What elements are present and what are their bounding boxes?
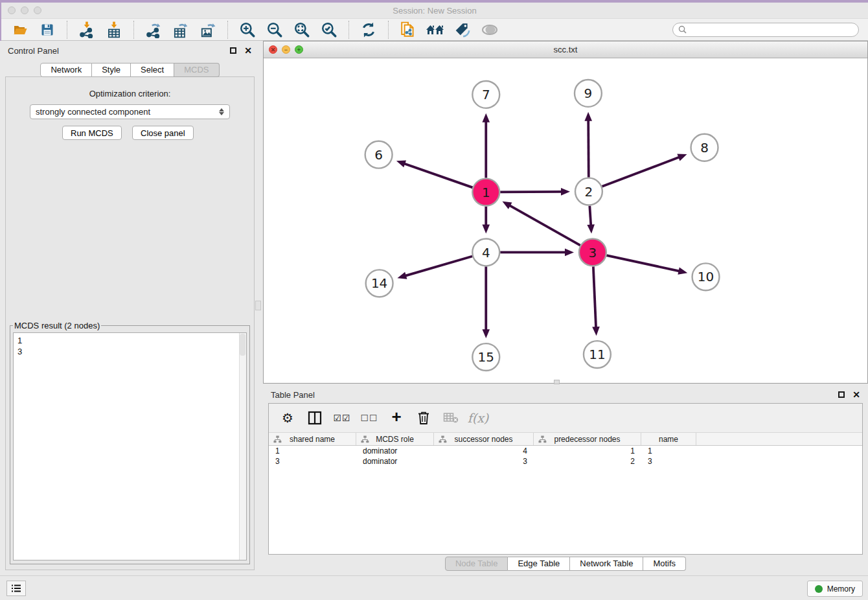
table-cell[interactable]: 3 [269, 456, 356, 467]
node-11[interactable]: 11 [584, 341, 611, 368]
delete-rows-button[interactable] [413, 407, 435, 429]
edge-2-9[interactable] [588, 120, 589, 178]
table-row[interactable]: 3dominator323 [269, 456, 862, 467]
show-columns-button[interactable] [304, 407, 326, 429]
arrowhead-4-15 [482, 329, 490, 338]
delete-table-button[interactable] [440, 407, 462, 429]
apply-function-button[interactable]: f(x) [467, 407, 489, 429]
float-table-panel-button[interactable] [838, 391, 845, 398]
node-2[interactable]: 2 [575, 178, 602, 205]
import-network-button[interactable] [74, 20, 99, 40]
node-8[interactable]: 8 [691, 134, 718, 161]
mcds-result-group: MCDS result (2 nodes) 1 3 [10, 321, 250, 564]
table-cell[interactable]: 1 [534, 446, 641, 456]
show-hide-panel-button[interactable] [477, 20, 502, 40]
network-zoom-button[interactable]: + [295, 45, 303, 54]
network-resize-handle[interactable] [554, 380, 560, 384]
export-table-button[interactable] [168, 20, 193, 40]
search-input[interactable] [690, 25, 853, 34]
zoom-out-button[interactable] [262, 20, 287, 40]
result-scrollbar-thumb[interactable] [240, 334, 246, 356]
tab-select[interactable]: Select [131, 63, 174, 77]
table-tab-edge-table[interactable]: Edge Table [508, 557, 570, 571]
table-cell[interactable]: 4 [434, 446, 534, 456]
export-network-icon [145, 21, 162, 38]
node-1[interactable]: 1 [472, 179, 499, 206]
run-mcds-button[interactable]: Run MCDS [62, 126, 122, 140]
close-panel-button[interactable]: ✕ [244, 46, 252, 55]
table-tab-motifs[interactable]: Motifs [643, 557, 686, 571]
edge-1-6[interactable] [404, 163, 472, 187]
zoom-selected-button[interactable] [317, 20, 341, 40]
zoom-in-button[interactable] [235, 20, 260, 40]
edge-2-8[interactable] [602, 157, 680, 187]
open-session-button[interactable] [8, 20, 32, 40]
float-panel-button[interactable] [230, 47, 236, 54]
export-network-button[interactable] [141, 20, 166, 40]
tab-network[interactable]: Network [40, 63, 92, 77]
close-table-panel-button[interactable]: ✕ [852, 390, 860, 399]
column-header-name[interactable]: name [641, 433, 696, 445]
node-14[interactable]: 14 [366, 270, 393, 297]
table-tab-network-table[interactable]: Network Table [570, 557, 643, 571]
minimize-window-button[interactable] [21, 6, 29, 14]
refresh-view-button[interactable] [356, 20, 381, 40]
network-titlebar[interactable]: ✕ − + scc.txt [264, 41, 867, 58]
table-cell[interactable]: 1 [269, 446, 356, 456]
node-6[interactable]: 6 [365, 141, 393, 168]
table-tab-node-table[interactable]: Node Table [445, 557, 508, 571]
select-all-rows-button[interactable]: ☑☑ [331, 407, 353, 429]
panel-splitter-handle[interactable] [255, 301, 261, 310]
node-4[interactable]: 4 [472, 238, 499, 266]
edge-4-14[interactable] [405, 257, 472, 276]
node-9[interactable]: 9 [575, 80, 602, 107]
zoom-window-button[interactable] [34, 6, 41, 14]
edge-3-11[interactable] [593, 266, 596, 328]
open-folder-icon [12, 22, 29, 38]
table-cell[interactable]: dominator [356, 446, 434, 456]
copy-view-button[interactable] [396, 20, 420, 40]
node-3[interactable]: 3 [579, 238, 606, 266]
node-10[interactable]: 10 [692, 263, 720, 290]
zoom-selected-icon [321, 21, 337, 38]
table-cell[interactable]: dominator [356, 456, 434, 467]
table-cell[interactable]: 2 [534, 456, 641, 467]
import-network-icon [78, 21, 95, 38]
node-15[interactable]: 15 [472, 343, 499, 371]
save-session-button[interactable] [35, 20, 60, 40]
export-image-button[interactable] [196, 20, 220, 40]
network-minimize-button[interactable]: − [282, 45, 290, 54]
result-scrollbar[interactable] [239, 333, 246, 560]
node-label: 1 [482, 185, 490, 200]
column-header-MCDS-role[interactable]: MCDS role [356, 433, 434, 445]
criterion-select[interactable]: strongly connected component [30, 104, 230, 119]
import-table-button[interactable] [102, 20, 126, 40]
column-header-shared-name[interactable]: shared name [269, 433, 356, 445]
edge-2-3[interactable] [589, 206, 591, 226]
edge-1-2[interactable] [500, 192, 562, 192]
table-cell[interactable]: 1 [641, 446, 696, 456]
close-window-button[interactable] [8, 6, 16, 14]
edge-3-10[interactable] [606, 255, 680, 271]
table-options-button[interactable]: ⚙ [277, 407, 299, 429]
tab-style[interactable]: Style [92, 63, 131, 77]
close-panel-button-inner[interactable]: Close panel [132, 126, 194, 140]
memory-button[interactable]: Memory [807, 581, 863, 597]
column-header-successor-nodes[interactable]: successor nodes [434, 433, 534, 445]
network-close-button[interactable]: ✕ [269, 45, 277, 54]
edge-3-1[interactable] [509, 205, 580, 246]
show-all-networks-button[interactable] [423, 20, 448, 40]
table-cell[interactable]: 3 [641, 456, 696, 467]
tab-mcds[interactable]: MCDS [174, 63, 219, 77]
task-history-button[interactable] [6, 581, 26, 596]
zoom-fit-button[interactable] [290, 20, 314, 40]
node-7[interactable]: 7 [472, 81, 499, 108]
column-header-predecessor-nodes[interactable]: predecessor nodes [534, 433, 641, 445]
mcds-result-box[interactable]: 1 3 [13, 332, 247, 560]
table-row[interactable]: 1dominator411 [269, 446, 862, 456]
toggle-graphics-details-button[interactable] [450, 20, 475, 40]
network-canvas[interactable]: 1234678910111415 [264, 58, 867, 383]
deselect-all-rows-button[interactable]: ☐☐ [358, 407, 380, 429]
add-row-button[interactable]: + [385, 407, 407, 429]
table-cell[interactable]: 3 [434, 456, 534, 467]
